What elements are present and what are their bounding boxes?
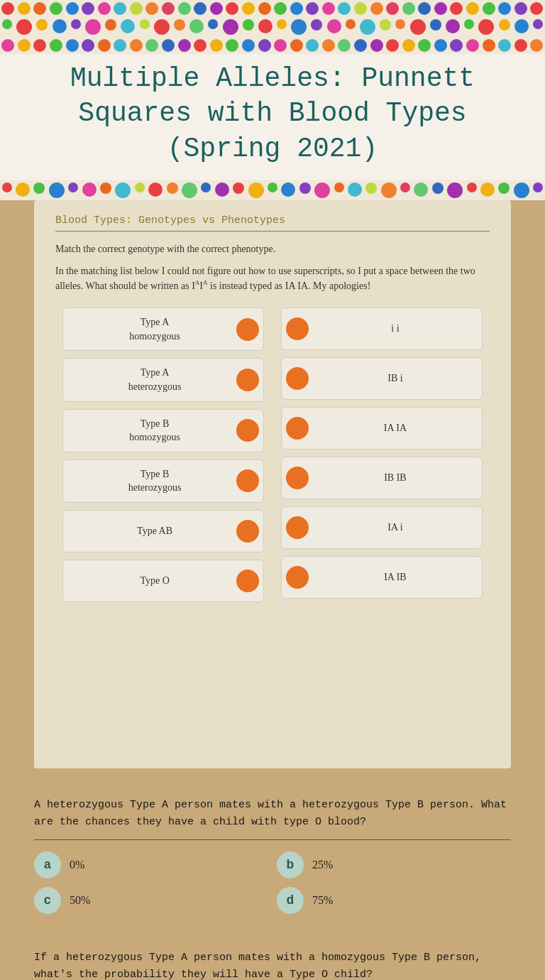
- dot: [306, 39, 319, 52]
- dot: [483, 2, 495, 15]
- dot: [162, 39, 175, 52]
- dot: [49, 183, 65, 198]
- left-column: Type Ahomozygous Type Aheterozygous Type…: [62, 307, 264, 602]
- dot: [194, 39, 207, 52]
- dot: [514, 39, 527, 52]
- dot: [148, 183, 163, 197]
- match-label-type-a-hetero: Type Aheterozygous: [73, 366, 236, 393]
- dot: [478, 19, 494, 35]
- question2-text: If a heterozygous Type A person mates wi…: [34, 942, 511, 980]
- dot: [450, 39, 463, 52]
- dot: [402, 39, 415, 52]
- dot: [135, 183, 145, 192]
- dot: [322, 39, 335, 52]
- dot: [82, 183, 97, 197]
- dot: [446, 19, 460, 33]
- dot: [82, 39, 94, 52]
- question2-section: If a heterozygous Type A person mates wi…: [13, 928, 532, 980]
- question1-section: A heterozygous Type A person mates with …: [13, 783, 532, 928]
- dot: [430, 19, 441, 31]
- dot: [130, 39, 143, 52]
- match-dot-right-3[interactable]: [286, 417, 309, 440]
- dot: [268, 183, 277, 192]
- dot: [36, 19, 48, 31]
- dot: [145, 39, 158, 52]
- dot: [365, 183, 377, 194]
- dot: [66, 2, 79, 15]
- match-dot-left-2[interactable]: [236, 369, 259, 391]
- answer-grid: a 0% b 25% c 50% d 75%: [34, 851, 511, 914]
- dot: [100, 183, 111, 194]
- match-item-ib-ib: IB IB: [281, 457, 483, 499]
- dot: [115, 183, 131, 198]
- dot: [1, 39, 14, 52]
- answer-value-c: 50%: [70, 894, 90, 907]
- match-dot-left-3[interactable]: [236, 419, 259, 442]
- dot: [299, 183, 311, 194]
- dots-row-2: [0, 17, 545, 37]
- match-dot-right-5[interactable]: [286, 516, 309, 539]
- instruction-2: In the matching list below I could not f…: [55, 263, 490, 293]
- match-dot-right-1[interactable]: [286, 317, 309, 340]
- match-label-ii: i i: [319, 322, 472, 336]
- dot: [281, 183, 295, 197]
- dot: [178, 2, 191, 15]
- answer-letter-b[interactable]: b: [277, 851, 304, 878]
- dot: [530, 2, 543, 15]
- dot: [33, 183, 45, 194]
- dot: [354, 2, 367, 15]
- answer-value-b: 25%: [312, 859, 333, 871]
- answer-letter-d[interactable]: d: [277, 887, 304, 914]
- dot: [274, 2, 287, 15]
- answer-letter-c[interactable]: c: [34, 887, 61, 914]
- match-dot-left-4[interactable]: [236, 469, 259, 492]
- dot: [50, 39, 62, 52]
- answer-option-c: c 50%: [34, 887, 268, 914]
- dot: [194, 2, 207, 15]
- match-dot-left-1[interactable]: [236, 318, 259, 341]
- dot: [514, 2, 527, 15]
- dot: [2, 183, 12, 192]
- dot: [16, 183, 30, 197]
- match-dot-right-6[interactable]: [286, 566, 309, 589]
- dot: [395, 19, 405, 29]
- dot: [201, 183, 211, 192]
- dot: [145, 2, 158, 15]
- dot: [346, 19, 356, 29]
- dot: [434, 39, 447, 52]
- dot: [291, 19, 307, 35]
- dot: [466, 39, 479, 52]
- match-item-type-ab: Type AB: [62, 510, 264, 552]
- dot: [50, 2, 62, 15]
- page-title: Multiple Alleles: Punnett Squares with B…: [43, 61, 502, 166]
- dot: [338, 39, 351, 52]
- match-item-type-o: Type O: [62, 560, 264, 602]
- match-dot-left-6[interactable]: [236, 570, 259, 592]
- answer-letter-a[interactable]: a: [34, 851, 61, 878]
- dot: [306, 2, 319, 15]
- match-label-ib-i: IB i: [319, 371, 472, 386]
- match-item-ia-i: IA i: [281, 506, 483, 549]
- dot: [498, 39, 511, 52]
- dot: [499, 19, 510, 31]
- dot: [322, 2, 335, 15]
- match-dot-left-5[interactable]: [236, 520, 259, 543]
- dot: [274, 39, 287, 52]
- match-dot-right-4[interactable]: [286, 467, 309, 489]
- dots-row-1: [0, 0, 545, 17]
- match-dot-right-2[interactable]: [286, 367, 309, 390]
- dot: [434, 2, 447, 15]
- matching-container: Type Ahomozygous Type Aheterozygous Type…: [55, 307, 490, 602]
- dot: [210, 39, 223, 52]
- dot: [18, 2, 31, 15]
- dot: [410, 19, 426, 35]
- dot: [498, 183, 510, 194]
- dot: [464, 19, 474, 29]
- dot: [130, 2, 143, 15]
- answer-value-a: 0%: [70, 859, 84, 871]
- dot: [483, 39, 495, 52]
- match-label-type-b-hetero: Type Bheterozygous: [73, 467, 236, 495]
- dot: [162, 2, 175, 15]
- header-title-area: Multiple Alleles: Punnett Squares with B…: [0, 54, 545, 180]
- dot: [226, 2, 238, 15]
